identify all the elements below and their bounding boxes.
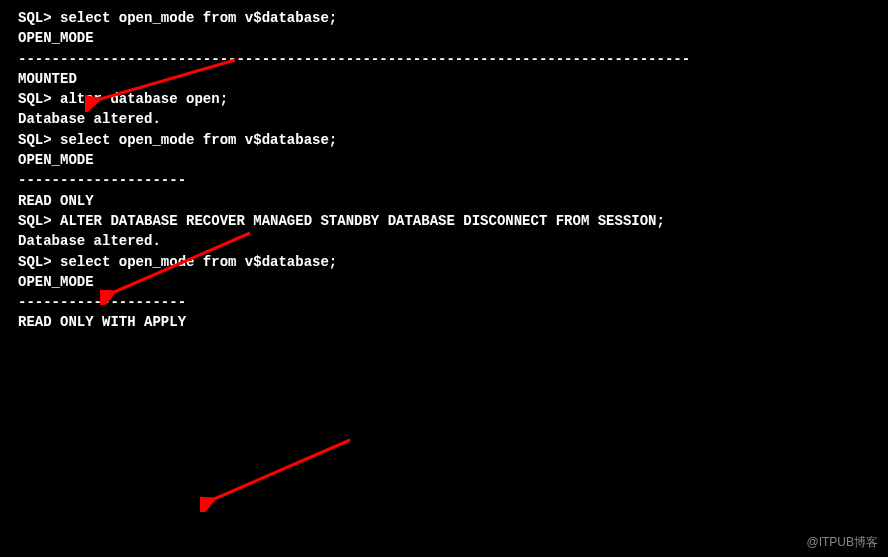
result-value: MOUNTED <box>18 69 888 89</box>
terminal-output: SQL> select open_mode from v$database; O… <box>18 8 888 333</box>
sql-command: SQL> select open_mode from v$database; <box>18 8 888 28</box>
separator: -------------------- <box>18 170 888 190</box>
sql-command: SQL> select open_mode from v$database; <box>18 130 888 150</box>
result-message: Database altered. <box>18 109 888 129</box>
svg-line-5 <box>212 440 350 500</box>
watermark-text: @ITPUB博客 <box>806 534 878 551</box>
annotation-arrow-icon <box>200 432 360 512</box>
result-value: READ ONLY <box>18 191 888 211</box>
result-message: Database altered. <box>18 231 888 251</box>
separator: ----------------------------------------… <box>18 49 888 69</box>
sql-command: SQL> ALTER DATABASE RECOVER MANAGED STAN… <box>18 211 888 231</box>
column-header: OPEN_MODE <box>18 28 888 48</box>
column-header: OPEN_MODE <box>18 272 888 292</box>
sql-command: SQL> select open_mode from v$database; <box>18 252 888 272</box>
result-value: READ ONLY WITH APPLY <box>18 312 888 332</box>
column-header: OPEN_MODE <box>18 150 888 170</box>
separator: -------------------- <box>18 292 888 312</box>
sql-command: SQL> alter database open; <box>18 89 888 109</box>
